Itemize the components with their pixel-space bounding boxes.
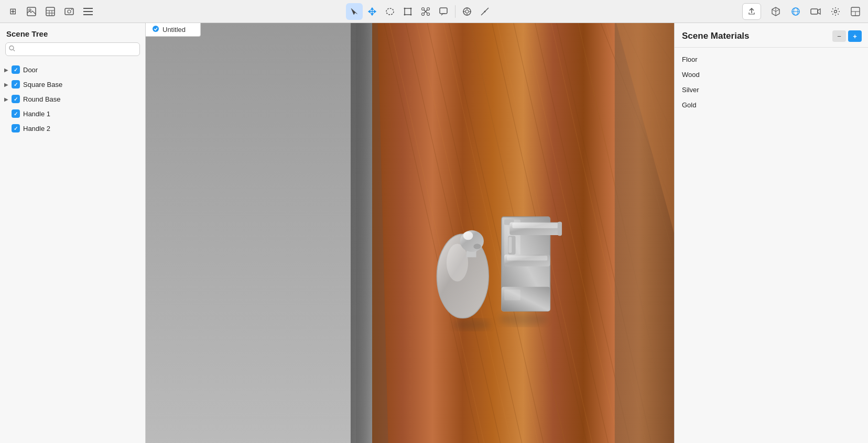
materials-title: Scene Materials — [682, 31, 750, 41]
svg-rect-94 — [504, 290, 520, 301]
svg-point-37 — [834, 10, 837, 13]
tree-item-square-base[interactable]: ▶ Square Base — [0, 77, 145, 92]
tree-label-handle1: Handle 1 — [23, 110, 50, 118]
svg-rect-92 — [507, 256, 547, 260]
lasso-tool[interactable] — [382, 3, 398, 20]
scene-render — [146, 23, 674, 443]
svg-point-83 — [473, 244, 481, 249]
camera-icon[interactable] — [807, 3, 824, 20]
grid-icon[interactable]: ⊞ — [4, 3, 21, 20]
panel-icon[interactable] — [847, 3, 864, 20]
toolbar-left: ⊞ — [4, 3, 96, 20]
tree-item-round-base[interactable]: ▶ Round Base — [0, 92, 145, 106]
tree-checkbox-handle1[interactable] — [12, 109, 20, 118]
tree-item-door[interactable]: ▶ Door — [0, 62, 145, 77]
svg-rect-74 — [146, 23, 351, 443]
tree-items-list: ▶ Door ▶ Square Base ▶ Round Base ▶ Hand… — [0, 60, 145, 138]
viewport-tab: Untitled — [146, 23, 201, 37]
scene-svg — [146, 23, 674, 443]
search-bar[interactable] — [5, 42, 140, 56]
tree-item-handle2[interactable]: ▶ Handle 2 — [0, 121, 145, 136]
check-circle-icon — [152, 25, 159, 34]
materials-header: Scene Materials − + — [675, 23, 868, 48]
comment-tool[interactable] — [435, 3, 452, 20]
svg-point-32 — [484, 10, 485, 12]
scene-tree-panel: Scene Tree ▶ Door ▶ Square Base — [0, 23, 146, 443]
svg-rect-90 — [558, 222, 562, 236]
svg-point-8 — [68, 10, 71, 13]
svg-point-20 — [427, 7, 429, 10]
svg-point-43 — [153, 26, 159, 32]
materials-header-buttons: − + — [832, 30, 862, 42]
measure-tool[interactable] — [476, 3, 493, 20]
svg-point-97 — [499, 313, 548, 326]
share-button[interactable] — [742, 3, 761, 20]
main-content: Scene Tree ▶ Door ▶ Square Base — [0, 23, 868, 443]
svg-point-18 — [410, 14, 411, 15]
tree-arrow-round-base: ▶ — [4, 96, 12, 102]
tree-label-round-base: Round Base — [23, 95, 61, 103]
target-tool[interactable] — [459, 3, 475, 20]
material-list: Floor Wood Silver Gold — [675, 48, 868, 117]
svg-point-17 — [404, 14, 405, 15]
svg-line-42 — [14, 50, 15, 51]
photo-icon[interactable] — [61, 3, 78, 20]
bones-tool[interactable] — [417, 3, 434, 20]
svg-rect-14 — [405, 8, 411, 15]
material-item-wood[interactable]: Wood — [675, 67, 868, 82]
tree-label-door: Door — [23, 66, 38, 74]
sphere-icon[interactable] — [787, 3, 804, 20]
svg-rect-89 — [512, 223, 558, 228]
svg-point-13 — [386, 8, 394, 15]
material-item-floor[interactable]: Floor — [675, 52, 868, 67]
tree-item-handle1[interactable]: ▶ Handle 1 — [0, 106, 145, 121]
search-input[interactable] — [5, 42, 140, 56]
move-tool[interactable] — [364, 3, 381, 20]
box3d-icon[interactable] — [767, 3, 784, 20]
share-icon — [748, 8, 755, 15]
add-material-button[interactable]: + — [848, 30, 862, 42]
tree-checkbox-square-base[interactable] — [12, 80, 20, 88]
viewport-tab-label: Untitled — [162, 26, 186, 34]
scene-materials-panel: Scene Materials − + Floor Wood Silver Go… — [674, 23, 868, 443]
svg-point-9 — [71, 9, 72, 10]
table-icon[interactable] — [42, 3, 59, 20]
svg-rect-36 — [811, 9, 818, 14]
svg-point-15 — [404, 7, 405, 9]
svg-point-16 — [410, 7, 411, 9]
svg-point-82 — [463, 231, 473, 240]
settings-icon[interactable] — [827, 3, 844, 20]
svg-point-22 — [427, 13, 429, 15]
svg-point-1 — [29, 9, 31, 11]
svg-point-21 — [421, 13, 424, 15]
image-icon[interactable] — [23, 3, 40, 20]
viewport[interactable]: Untitled — [146, 23, 674, 443]
tree-label-handle2: Handle 2 — [23, 125, 50, 132]
tree-checkbox-round-base[interactable] — [12, 95, 20, 103]
svg-rect-96 — [508, 237, 512, 253]
svg-point-41 — [9, 46, 14, 50]
tree-checkbox-door[interactable] — [12, 65, 20, 74]
menu-icon[interactable] — [80, 3, 96, 20]
tree-arrow-square-base: ▶ — [4, 82, 12, 87]
svg-rect-23 — [440, 8, 447, 14]
scene-tree-title: Scene Tree — [0, 23, 145, 42]
box-tool[interactable] — [399, 3, 416, 20]
search-icon — [9, 46, 15, 53]
tree-label-square-base: Square Base — [23, 81, 62, 88]
select-tool[interactable] — [346, 3, 363, 20]
svg-point-98 — [453, 319, 491, 330]
toolbar: ⊞ — [0, 0, 868, 23]
svg-point-19 — [421, 7, 424, 10]
svg-point-25 — [465, 10, 469, 13]
material-item-gold[interactable]: Gold — [675, 97, 868, 113]
toolbar-center — [96, 3, 742, 20]
tree-checkbox-handle2[interactable] — [12, 124, 20, 132]
collapse-materials-button[interactable]: − — [832, 30, 846, 42]
material-item-silver[interactable]: Silver — [675, 82, 868, 97]
tree-arrow-door: ▶ — [4, 67, 12, 73]
toolbar-right — [767, 3, 864, 20]
svg-rect-2 — [46, 7, 55, 16]
